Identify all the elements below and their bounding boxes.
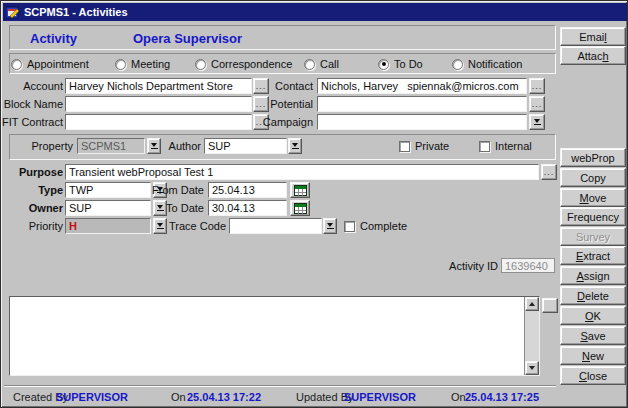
activity-id-label: Activity ID	[391, 260, 498, 274]
fit-contract-input[interactable]	[65, 114, 252, 130]
notes-scrollbar[interactable]	[524, 297, 539, 375]
dropdown-arrow-icon	[327, 223, 333, 227]
trace-code-input[interactable]	[229, 218, 322, 234]
updated-on-value: 25.04.13 17:25	[465, 391, 539, 403]
radio-correspondence[interactable]: Correspondence	[195, 58, 292, 70]
owner-label: Owner	[1, 202, 63, 216]
complete-label: Complete	[360, 220, 407, 232]
campaign-label: Campaign	[251, 116, 313, 130]
campaign-dropdown-button[interactable]	[529, 114, 545, 130]
block-name-input[interactable]	[65, 96, 252, 112]
ellipsis-icon: ...	[532, 99, 543, 109]
radio-circle-correspondence[interactable]	[195, 59, 206, 70]
app-icon	[6, 6, 20, 19]
new-button[interactable]: New	[560, 346, 626, 365]
radio-todo[interactable]: To Do	[378, 58, 423, 70]
extract-button[interactable]: Extract	[560, 246, 626, 265]
header-user: Opera Supervisor	[133, 31, 242, 46]
notes-editor-button[interactable]	[542, 298, 558, 313]
owner-input[interactable]	[65, 200, 151, 216]
radio-appointment[interactable]: Appointment	[11, 58, 89, 70]
property-label: Property	[11, 140, 73, 154]
internal-checkbox[interactable]	[479, 141, 490, 152]
author-input[interactable]	[204, 138, 287, 154]
radio-label-todo: To Do	[394, 58, 423, 70]
header-panel: Activity Opera Supervisor	[9, 25, 556, 50]
contact-lookup-button[interactable]: ...	[529, 78, 545, 94]
save-button[interactable]: Save	[560, 326, 626, 345]
radio-circle-todo[interactable]	[378, 59, 389, 70]
author-dropdown-button[interactable]	[288, 138, 302, 154]
priority-input[interactable]	[65, 218, 151, 234]
radio-circle-meeting[interactable]	[115, 59, 126, 70]
account-input[interactable]	[65, 78, 252, 94]
from-date-calendar-button[interactable]	[290, 182, 310, 198]
trace-code-dropdown-button[interactable]	[323, 218, 337, 234]
radio-circle-appointment[interactable]	[11, 59, 22, 70]
created-on-label: On	[171, 391, 186, 403]
radio-label-appointment: Appointment	[27, 58, 89, 70]
copy-button[interactable]: Copy	[560, 168, 626, 187]
updated-by-value: SUPERVISOR	[344, 391, 416, 403]
author-label: Author	[139, 140, 201, 154]
attach-button[interactable]: Attach	[560, 46, 626, 65]
calendar-icon	[294, 185, 307, 196]
account-label: Account	[1, 80, 63, 94]
ok-button[interactable]: OK	[560, 306, 626, 325]
radio-circle-call[interactable]	[304, 59, 315, 70]
potential-input[interactable]	[317, 96, 527, 112]
fit-contract-label: FIT Contract	[1, 116, 63, 130]
delete-button[interactable]: Delete	[560, 286, 626, 305]
to-date-input[interactable]	[208, 200, 287, 216]
radio-meeting[interactable]: Meeting	[115, 58, 170, 70]
scroll-down-icon	[529, 366, 535, 370]
updated-on-label: On	[451, 391, 466, 403]
private-checkbox-group[interactable]: Private	[399, 140, 449, 152]
ellipsis-icon: ...	[544, 167, 555, 177]
notes-textarea[interactable]	[10, 297, 524, 375]
radio-call[interactable]: Call	[304, 58, 339, 70]
type-label: Type	[1, 184, 63, 198]
form-title: Activity	[30, 31, 77, 46]
radio-circle-notification[interactable]	[452, 59, 463, 70]
complete-checkbox[interactable]	[344, 221, 355, 232]
titlebar[interactable]: SCPMS1 - Activities	[3, 3, 627, 21]
radio-label-notification: Notification	[468, 58, 522, 70]
move-button[interactable]: Move	[560, 188, 626, 207]
activities-window: SCPMS1 - Activities Activity Opera Super…	[0, 0, 628, 408]
complete-checkbox-group[interactable]: Complete	[344, 220, 407, 232]
purpose-label: Purpose	[1, 166, 63, 180]
radio-label-correspondence: Correspondence	[211, 58, 292, 70]
email-button[interactable]: Email	[560, 27, 626, 46]
scroll-up-icon	[529, 302, 535, 306]
purpose-input[interactable]	[65, 164, 539, 180]
internal-checkbox-group[interactable]: Internal	[479, 140, 532, 152]
dropdown-arrow-icon	[292, 143, 298, 147]
private-label: Private	[415, 140, 449, 152]
window-title: SCPMS1 - Activities	[24, 6, 128, 18]
from-date-input[interactable]	[208, 182, 287, 198]
webprop-button[interactable]: webProp	[560, 148, 626, 167]
scroll-down-button[interactable]	[525, 361, 539, 375]
assign-button[interactable]: Assign	[560, 266, 626, 285]
internal-label: Internal	[495, 140, 532, 152]
block-name-label: Block Name	[1, 98, 63, 112]
scroll-up-button[interactable]	[525, 297, 539, 311]
close-button[interactable]: Close	[560, 366, 626, 385]
trace-code-label: Trace Code	[163, 220, 226, 234]
survey-button: Survey	[560, 227, 626, 246]
type-input[interactable]	[65, 182, 151, 198]
frequency-button[interactable]: Frequency	[560, 207, 626, 226]
radio-label-meeting: Meeting	[131, 58, 170, 70]
footer-divider	[4, 385, 556, 387]
campaign-input[interactable]	[317, 114, 527, 130]
created-on-value: 25.04.13 17:22	[187, 391, 261, 403]
dropdown-arrow-icon	[534, 119, 540, 123]
potential-label: Potential	[251, 98, 313, 112]
purpose-lookup-button[interactable]: ...	[541, 164, 557, 180]
to-date-calendar-button[interactable]	[290, 200, 310, 216]
private-checkbox[interactable]	[399, 141, 410, 152]
contact-input[interactable]	[317, 78, 527, 94]
radio-notification[interactable]: Notification	[452, 58, 522, 70]
potential-lookup-button[interactable]: ...	[529, 96, 545, 112]
